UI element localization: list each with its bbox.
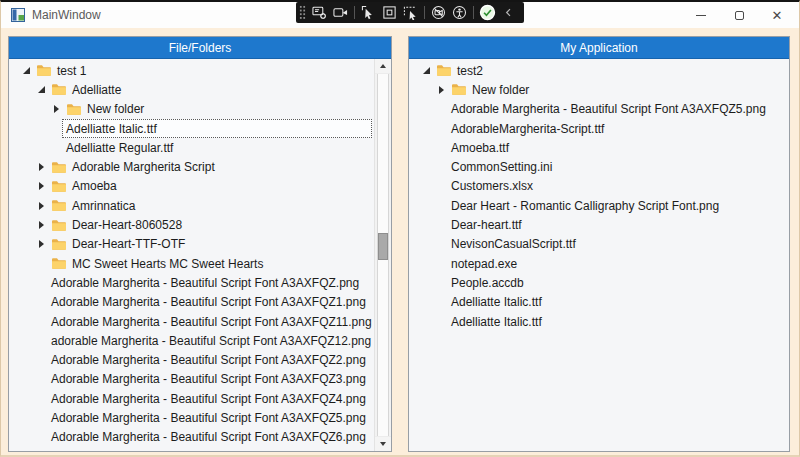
app-icon <box>11 8 25 22</box>
accessibility-icon[interactable] <box>449 3 470 22</box>
tree-item[interactable]: Adelliatte Italic.ttf <box>409 293 789 312</box>
tree-item[interactable]: Adorable Margherita - Beautiful Script F… <box>9 312 391 331</box>
maximize-icon <box>735 11 744 20</box>
tree-item-label: Adorable Margherita - Beautiful Script F… <box>51 392 366 406</box>
toolbar-separator <box>354 6 355 19</box>
collapse-chevron-icon[interactable] <box>498 3 519 22</box>
tree-item-label: Amoeba <box>72 179 117 193</box>
file-folders-header: File/Folders <box>9 37 391 59</box>
scroll-up-icon <box>380 64 386 68</box>
tree-item[interactable]: Adelliatte Italic.ttf <box>9 119 391 138</box>
tree-item[interactable]: CommonSetting.ini <box>409 157 789 176</box>
expand-expander-icon[interactable] <box>37 162 47 172</box>
vertical-scrollbar[interactable] <box>374 59 391 451</box>
tree-item[interactable]: Adorable Margherita Script <box>9 157 391 176</box>
tree-item[interactable]: Dear-Heart-TTF-OTF <box>9 235 391 254</box>
tree-item[interactable]: notepad.exe <box>409 254 789 273</box>
tree-item-label: Adorable Margherita - Beautiful Script F… <box>51 450 366 451</box>
tree-item-label: Adorable Margherita - Beautiful Script F… <box>451 102 766 116</box>
tree-item[interactable]: Dear-heart.ttf <box>409 215 789 234</box>
scroll-up-button[interactable] <box>375 59 391 74</box>
tree-item[interactable]: Adorable Margherita - Beautiful Script F… <box>9 389 391 408</box>
my-application-tree-body: test2New folderAdorable Margherita - Bea… <box>409 59 789 451</box>
tree-item[interactable]: Adorable Margherita - Beautiful Script F… <box>409 100 789 119</box>
expand-expander-icon[interactable] <box>37 239 47 249</box>
tree-item[interactable]: test 1 <box>9 61 391 80</box>
pointer-capture-icon[interactable] <box>358 3 379 22</box>
webcam-disabled-icon[interactable] <box>428 3 449 22</box>
tree-item[interactable]: Amoeba <box>9 177 391 196</box>
expand-expander-icon[interactable] <box>52 104 62 114</box>
tree-item-label: Adelliatte Italic.ttf <box>66 122 157 136</box>
tree-item[interactable]: Dear-Heart-8060528 <box>9 215 391 234</box>
tree-item[interactable]: Adorable Margherita - Beautiful Script F… <box>9 350 391 369</box>
tree-item-label: AdorableMargherita-Script.ttf <box>451 122 604 136</box>
tree-item[interactable]: Adorable Margherita - Beautiful Script F… <box>9 293 391 312</box>
tree-item[interactable]: Adorable Margherita - Beautiful Script F… <box>9 447 391 451</box>
tree-item[interactable]: Adorable Margherita - Beautiful Script F… <box>9 408 391 427</box>
folder-icon <box>66 103 82 116</box>
tree-item[interactable]: Adorable Margherita - Beautiful Script F… <box>9 273 391 292</box>
window-controls: ✕ <box>682 2 796 28</box>
minimize-button[interactable] <box>682 2 720 28</box>
tree-item[interactable]: AdorableMargherita-Script.ttf <box>409 119 789 138</box>
tree-item[interactable]: MC Sweet Hearts MC Sweet Hearts <box>9 254 391 273</box>
tree-item-label: Adelliatte Regular.ttf <box>66 141 173 155</box>
tree-item[interactable]: Customers.xlsx <box>409 177 789 196</box>
file-folders-header-label: File/Folders <box>169 41 232 55</box>
expand-expander-icon[interactable] <box>37 181 47 191</box>
tree-item[interactable]: Amrinnatica <box>9 196 391 215</box>
tree-item[interactable]: Adelliatte <box>9 80 391 99</box>
tree-item[interactable]: Adorable Margherita - Beautiful Script F… <box>9 428 391 447</box>
folder-icon <box>51 238 67 251</box>
close-button[interactable]: ✕ <box>758 2 796 28</box>
tree-item-label: New folder <box>472 83 529 97</box>
tree-item[interactable]: Adelliatte Italic.ttf <box>409 312 789 331</box>
expander-spacer <box>37 259 47 269</box>
file-folders-tree: test 1AdelliatteNew folderAdelliatte Ita… <box>9 61 391 451</box>
scroll-down-button[interactable] <box>375 436 391 451</box>
tree-item-label: Dear-Heart-TTF-OTF <box>72 237 185 251</box>
tree-item[interactable]: New folder <box>9 100 391 119</box>
folder-icon <box>51 199 67 212</box>
video-camera-icon[interactable] <box>330 3 351 22</box>
tree-item[interactable]: Amoeba.ttf <box>409 138 789 157</box>
tree-item-label: People.accdb <box>451 276 524 290</box>
collapse-expander-icon[interactable] <box>422 66 432 76</box>
tree-item-label: NevisonCasualScript.ttf <box>451 237 576 251</box>
maximize-button[interactable] <box>720 2 758 28</box>
toolbar-grip-handle[interactable] <box>299 5 306 20</box>
scrollbar-track[interactable] <box>375 74 391 436</box>
tree-item-label: Dear Heart - Romantic Calligraphy Script… <box>451 199 719 213</box>
tree-item-label: Adelliatte Italic.ttf <box>451 315 542 329</box>
tree-item[interactable]: test2 <box>409 61 789 80</box>
window-capture-icon[interactable] <box>379 3 400 22</box>
scrollbar-thumb[interactable] <box>378 233 388 260</box>
tree-item-label: Adorable Margherita - Beautiful Script F… <box>51 295 366 309</box>
tree-item-label: Dear-Heart-8060528 <box>72 218 182 232</box>
tree-item-label: Dear-heart.ttf <box>451 218 522 232</box>
tree-item[interactable]: adorable Margherita - Beautiful Script F… <box>9 331 391 350</box>
tree-item-label: MC Sweet Hearts MC Sweet Hearts <box>72 257 263 271</box>
expand-expander-icon[interactable] <box>37 201 47 211</box>
my-application-panel: My Application test2New folderAdorable M… <box>408 36 790 452</box>
folder-icon <box>51 180 67 193</box>
expand-expander-icon[interactable] <box>37 220 47 230</box>
tree-item[interactable]: Adelliatte Regular.ttf <box>9 138 391 157</box>
recorder-settings-icon[interactable] <box>309 3 330 22</box>
scroll-down-icon <box>380 442 386 446</box>
toolbar-separator <box>473 6 474 19</box>
file-folders-panel: File/Folders test 1AdelliatteNew folderA… <box>8 36 392 452</box>
finish-check-icon[interactable] <box>477 3 498 22</box>
expand-expander-icon[interactable] <box>437 85 447 95</box>
tree-item[interactable]: NevisonCasualScript.ttf <box>409 235 789 254</box>
tree-item[interactable]: Adorable Margherita - Beautiful Script F… <box>9 370 391 389</box>
collapse-expander-icon[interactable] <box>22 66 32 76</box>
folder-icon <box>451 83 467 96</box>
tree-item[interactable]: New folder <box>409 80 789 99</box>
tree-item-label: CommonSetting.ini <box>451 160 552 174</box>
freehand-capture-icon[interactable] <box>400 3 421 22</box>
tree-item[interactable]: Dear Heart - Romantic Calligraphy Script… <box>409 196 789 215</box>
tree-item[interactable]: People.accdb <box>409 273 789 292</box>
collapse-expander-icon[interactable] <box>37 85 47 95</box>
